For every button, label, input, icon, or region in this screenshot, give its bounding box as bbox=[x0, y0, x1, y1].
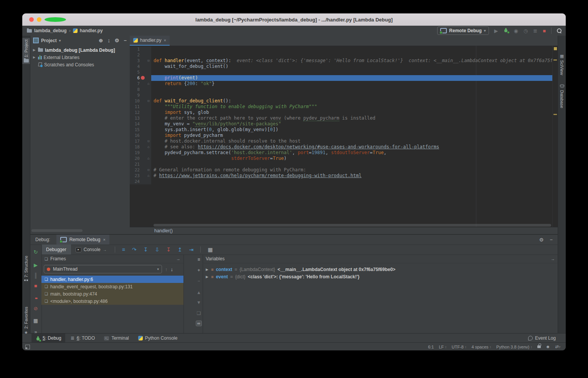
code-line-8[interactable]: 8 bbox=[130, 87, 553, 92]
tree-item-external-libraries[interactable]: ▶External Libraries bbox=[30, 54, 130, 61]
toolwindow-button-1-project[interactable]: 1: Project bbox=[22, 38, 30, 64]
hamburger-icon[interactable]: ≡ bbox=[195, 257, 203, 262]
run-to-cursor-icon[interactable]: ⇥ bbox=[189, 247, 194, 252]
gear-icon[interactable]: ⚙ bbox=[115, 38, 119, 43]
run-icon[interactable]: ▶ bbox=[494, 28, 498, 33]
editor-horizontal-scrollbar[interactable] bbox=[154, 224, 551, 227]
stop-icon[interactable]: ■ bbox=[543, 28, 546, 33]
pin-icon[interactable]: → bbox=[551, 256, 555, 261]
frame-row[interactable]: ❏<module>, bootstrap.py:486 bbox=[41, 297, 183, 305]
warning-stripe-mark[interactable] bbox=[553, 114, 557, 115]
run-configuration-select[interactable]: Remote Debug ▾ bbox=[437, 26, 489, 35]
locate-file-icon[interactable]: ⊕ bbox=[99, 38, 103, 43]
code-line-2[interactable]: 2 bbox=[130, 52, 553, 58]
breakpoint-icon[interactable] bbox=[141, 76, 145, 80]
pin-icon[interactable]: → bbox=[176, 256, 180, 261]
project-panel-title[interactable]: Project bbox=[41, 38, 57, 43]
code-line-15[interactable]: 15 sys.path.insert(0, glob.glob(my_venv)… bbox=[130, 127, 553, 133]
evaluate-expression-icon[interactable]: ▦ bbox=[208, 247, 213, 252]
chevron-down-icon[interactable]: ▾ bbox=[59, 39, 61, 43]
force-step-into-icon[interactable]: ↧ bbox=[166, 247, 171, 252]
fold-end-icon[interactable]: ⌂ bbox=[146, 156, 151, 161]
code-line-10[interactable]: 10⊟def wait_for_debug_client(): bbox=[130, 98, 553, 104]
toolwindow-button-6-todo[interactable]: ≣6: TODO bbox=[67, 334, 99, 343]
code-line-21[interactable]: 21 bbox=[130, 161, 553, 167]
tab-console[interactable]: ▸ Console → bbox=[71, 245, 111, 255]
step-over-icon[interactable]: ↷ bbox=[132, 247, 137, 252]
tab-debugger[interactable]: Debugger bbox=[41, 245, 71, 255]
tree-item-lambda-debug-lambda-debug[interactable]: ▶lambda_debug [Lambda Debug] bbox=[30, 46, 130, 54]
code-line-4[interactable]: 4 wait_for_debug_client() bbox=[130, 64, 553, 69]
frame-row[interactable]: ❏handler, handler.py:6 bbox=[41, 276, 183, 283]
variable-row[interactable]: ▶≡context={LambdaContext}<__main__.Lambd… bbox=[203, 266, 558, 273]
step-into-my-code-icon[interactable]: ⇩ bbox=[155, 247, 159, 252]
rerun-icon[interactable]: ↻ bbox=[30, 250, 41, 255]
next-frame-icon[interactable]: ↓ bbox=[171, 266, 173, 272]
code-line-3[interactable]: 3⊟def handler(event, context): event: <c… bbox=[130, 58, 553, 64]
resume-icon[interactable]: ▶ bbox=[30, 263, 41, 268]
expand-arrow-icon[interactable]: ▶ bbox=[206, 268, 209, 271]
code-line-18[interactable]: 18⌂ # see also: https://docs.docker.com/… bbox=[130, 144, 553, 150]
search-everywhere-icon[interactable] bbox=[557, 28, 562, 33]
code-line-16[interactable]: 16 import pydevd_pycharm bbox=[130, 133, 553, 138]
expand-arrow-icon[interactable]: ▶ bbox=[33, 56, 36, 59]
toolwindow-button-python-console[interactable]: Python Console bbox=[134, 334, 182, 343]
line-ending-widget[interactable]: LF↕ bbox=[439, 345, 446, 349]
code-line-5[interactable]: 5 bbox=[130, 69, 553, 75]
view-breakpoints-icon[interactable]: ●● bbox=[30, 296, 41, 301]
restore-layout-icon[interactable]: ▦ bbox=[30, 318, 41, 324]
hide-panel-icon[interactable]: − bbox=[550, 237, 553, 243]
breadcrumb-project[interactable]: lambda_debug bbox=[34, 28, 67, 33]
code-line-9[interactable]: 9 bbox=[130, 92, 553, 98]
code-area[interactable]: 123⊟def handler(event, context): event: … bbox=[130, 46, 558, 227]
pin-icon[interactable]: → bbox=[103, 248, 107, 252]
fold-open-icon[interactable]: ⊟ bbox=[146, 98, 151, 104]
code-line-23[interactable]: 23⌂# https://www.jetbrains.com/help/pych… bbox=[130, 173, 553, 179]
caret-position-widget[interactable]: 6:1 bbox=[428, 345, 434, 349]
code-line-17[interactable]: 17⊟ # host.docker.internal should resolv… bbox=[130, 138, 553, 144]
step-out-icon[interactable]: ↥ bbox=[178, 247, 182, 252]
toolwindow-button-terminal[interactable]: ›_Terminal bbox=[100, 334, 132, 343]
mute-breakpoints-icon[interactable]: ⊘ bbox=[30, 306, 41, 311]
breadcrumb-file[interactable]: handler.py bbox=[80, 28, 103, 33]
warning-stripe-mark[interactable] bbox=[553, 59, 557, 61]
hide-panel-icon[interactable]: − bbox=[124, 38, 127, 43]
close-icon[interactable]: × bbox=[164, 38, 166, 43]
frame-row[interactable]: ❏handle_event_request, bootstrap.py:131 bbox=[41, 283, 183, 290]
code-line-1[interactable]: 1 bbox=[130, 46, 553, 52]
fold-end-icon[interactable]: ⌂ bbox=[146, 81, 151, 87]
spy-icon[interactable]: ☻ bbox=[546, 345, 550, 349]
code-line-20[interactable]: 20⌂ stderrToServer=True) bbox=[130, 156, 553, 161]
previous-frame-icon[interactable]: ↑ bbox=[165, 266, 168, 272]
code-line-19[interactable]: 19 pydevd_pycharm.settrace('host.docker.… bbox=[130, 150, 553, 156]
thread-select[interactable]: MainThread ▾ bbox=[44, 265, 162, 273]
code-line-11[interactable]: 11 """Utility function to enable debuggi… bbox=[130, 104, 553, 110]
fold-end-icon[interactable]: ⌂ bbox=[146, 144, 151, 150]
toolwindow-switcher-icon[interactable] bbox=[25, 345, 30, 349]
variable-row[interactable]: ▶≡event={dict}<class 'dict'>: {'message'… bbox=[203, 273, 558, 280]
minimize-window-button[interactable] bbox=[37, 17, 41, 22]
breakpoint-gutter[interactable] bbox=[140, 75, 146, 81]
code-line-24[interactable]: 24 bbox=[130, 179, 553, 184]
toolwindow-button-database[interactable]: Database bbox=[558, 82, 566, 110]
interpreter-widget[interactable]: Python 3.8 (venv)↕ bbox=[496, 345, 532, 349]
editor-context-line[interactable]: handler() bbox=[130, 227, 558, 234]
expand-arrow-icon[interactable]: ▶ bbox=[33, 48, 36, 52]
toolwindow-button-7-structure[interactable]: 7: Structure bbox=[22, 254, 30, 283]
readonly-lock-icon[interactable] bbox=[537, 345, 541, 348]
close-icon[interactable]: × bbox=[103, 237, 105, 242]
sync-icon[interactable]: ⇄? bbox=[555, 345, 560, 349]
close-window-button[interactable] bbox=[29, 17, 34, 22]
event-log-button[interactable]: Event Log bbox=[528, 335, 556, 341]
frame-row[interactable]: ❏main, bootstrap.py:474 bbox=[41, 290, 183, 297]
tree-item-scratches-and-consoles[interactable]: Scratches and Consoles bbox=[30, 61, 130, 68]
fold-open-icon[interactable]: ⊟ bbox=[146, 138, 151, 144]
project-horizontal-scrollbar[interactable] bbox=[31, 229, 83, 232]
toolwindow-button-2-favorites[interactable]: 2: Favorites★ bbox=[22, 305, 30, 336]
toolwindow-button-5-debug[interactable]: 5: Debug bbox=[31, 334, 65, 343]
show-execution-point-icon[interactable]: ≡ bbox=[122, 247, 125, 252]
debug-icon[interactable] bbox=[504, 27, 509, 34]
toolwindow-button-sciview[interactable]: ▦SciView bbox=[558, 53, 566, 77]
code-line-13[interactable]: 13 # enter the correct path here to your… bbox=[130, 115, 553, 121]
run-dashboard-icon[interactable]: ≣ bbox=[533, 28, 537, 33]
